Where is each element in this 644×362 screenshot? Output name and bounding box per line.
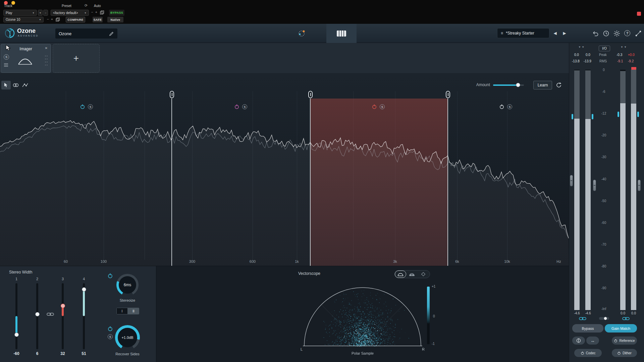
crossover-handle-2[interactable] [308, 91, 313, 98]
amount-slider[interactable] [493, 84, 524, 86]
gain-match-button[interactable]: Gain Match [605, 324, 637, 333]
width-slider-4-thumb[interactable] [82, 287, 86, 292]
crossover-handle-3[interactable] [446, 91, 450, 98]
learn-button[interactable]: Learn [533, 81, 552, 89]
band4-power-icon[interactable] [499, 104, 504, 109]
width-slider-3[interactable] [62, 283, 64, 349]
stereoize-mode-i[interactable]: I [116, 308, 128, 314]
spectrum-curves [0, 91, 569, 266]
compare-minus-button[interactable]: − [47, 17, 49, 21]
recover-sides-solo-button[interactable]: S [108, 334, 113, 339]
input-gain-fader[interactable] [570, 175, 573, 186]
amount-slider-knob[interactable] [516, 83, 520, 87]
lissajous-toggle[interactable] [418, 270, 429, 278]
preset-plus-button[interactable]: + [95, 10, 97, 14]
recover-sides-knob[interactable]: +1.0dB [115, 325, 140, 350]
codec-button[interactable]: Codec [574, 349, 602, 357]
module-solo-button[interactable]: S [4, 54, 9, 60]
mid-gain-fader[interactable] [593, 180, 596, 191]
stereoize-power-icon[interactable] [107, 273, 113, 279]
polar-sample-toggle[interactable] [395, 270, 406, 278]
compare-plus-button[interactable]: + [51, 17, 53, 21]
compare-button[interactable]: COMPARE [66, 17, 85, 22]
play-option-button[interactable]: ▼ [38, 10, 43, 16]
pencil-icon[interactable] [109, 31, 114, 36]
width-slider-2-thumb[interactable] [35, 312, 40, 316]
bypass-button[interactable]: Bypass [572, 324, 603, 333]
copy-preset-icon[interactable] [100, 10, 104, 15]
preset-sync-icon[interactable]: ⟳ [85, 3, 88, 8]
crossover-handle-1[interactable] [170, 91, 174, 98]
crossover-line-1[interactable] [171, 99, 172, 266]
polar-level-toggle[interactable] [406, 270, 418, 278]
input-meter-options-icon[interactable]: ▼ ▼ [578, 46, 584, 49]
undo-icon[interactable] [592, 30, 599, 37]
balance-mini-fader[interactable] [599, 317, 609, 320]
drag-handle-dots[interactable] [45, 55, 48, 66]
preset-prev-button[interactable]: ◀ [551, 28, 559, 38]
factory-preset-dropdown[interactable]: <factory default> ▼ [51, 10, 89, 16]
band2-solo-button[interactable]: S [242, 104, 247, 109]
crossover-line-3[interactable] [447, 99, 448, 266]
clip-indicator[interactable] [631, 67, 636, 70]
balance-mini-fader-knob[interactable] [604, 317, 607, 320]
bypass-toggle[interactable]: BYPASS [109, 10, 124, 16]
output-threshold-marker-left[interactable] [618, 112, 619, 117]
channel-dropdown[interactable]: Ozone 10 ▼ [3, 17, 44, 22]
safe-button[interactable]: SAFE [93, 17, 103, 22]
play-cycle-button[interactable]: ○ [43, 10, 48, 16]
reference-button[interactable]: Reference [612, 337, 637, 345]
pointer-tool-button[interactable] [1, 81, 11, 89]
tab-module-view[interactable] [326, 24, 357, 43]
node-tool-button[interactable] [21, 81, 30, 89]
band3-power-icon[interactable] [372, 104, 377, 109]
crossover-line-2[interactable] [310, 99, 311, 266]
signal-flow-icon[interactable] [635, 30, 642, 37]
record-indicator[interactable] [637, 12, 641, 16]
io-title-chip[interactable]: I/O [599, 46, 610, 51]
output-link-icon[interactable] [622, 316, 630, 321]
width-slider-1-thumb[interactable] [14, 333, 19, 337]
width-slider-1[interactable] [15, 283, 17, 349]
preset-selector[interactable]: ≡ *Streaky Starter [497, 28, 549, 38]
stereoize-knob[interactable]: 6ms [116, 274, 139, 296]
add-module-button[interactable]: + [53, 44, 100, 73]
recover-sides-knob-face: +1.0dB [118, 328, 137, 347]
tab-audiolens[interactable] [290, 24, 313, 43]
band3-solo-button[interactable]: S [380, 104, 385, 109]
preset-next-button[interactable]: ▶ [560, 28, 569, 38]
band4-solo-button[interactable]: S [507, 104, 512, 109]
gear-icon[interactable] [613, 30, 620, 37]
width-swap-button[interactable]: ↔ [586, 337, 599, 345]
close-icon[interactable]: ✕ [45, 46, 48, 50]
input-threshold-marker-left[interactable] [572, 114, 573, 119]
relearn-icon[interactable] [555, 82, 562, 88]
input-link-icon[interactable] [579, 316, 586, 321]
help-icon[interactable]: ? [624, 30, 630, 36]
copy-settings-icon[interactable] [56, 17, 60, 22]
input-threshold-marker-right[interactable] [592, 114, 593, 119]
band-tool-button[interactable] [11, 81, 20, 89]
play-dropdown[interactable]: Play ▼ [3, 10, 37, 16]
recover-sides-power-icon[interactable] [107, 326, 113, 331]
dither-button[interactable]: Dither [612, 349, 637, 357]
output-meter-options-icon[interactable]: ▼ ▼ [621, 46, 627, 49]
module-name-field[interactable]: Ozone [55, 28, 117, 39]
band1-solo-button[interactable]: S [88, 104, 93, 109]
native-button[interactable]: Native [107, 17, 123, 22]
link-bands-icon[interactable] [47, 312, 54, 316]
output-gain-fader[interactable] [638, 180, 641, 191]
hamburger-icon[interactable] [4, 63, 8, 67]
preset-minus-button[interactable]: − [91, 10, 93, 14]
band2-power-icon[interactable] [234, 104, 239, 109]
output-threshold-marker-right[interactable] [637, 112, 639, 117]
channel-mode-button[interactable] [572, 337, 585, 345]
scale-0: 0 [594, 68, 613, 72]
width-slider-4[interactable] [83, 283, 85, 349]
scale-inf: -Inf [594, 307, 613, 311]
history-icon[interactable] [603, 30, 609, 37]
factory-preset-value: <factory default> [53, 11, 78, 15]
width-slider-3-thumb[interactable] [61, 304, 65, 308]
stereoize-mode-ii[interactable]: II [128, 308, 139, 314]
band1-power-icon[interactable] [80, 104, 85, 109]
